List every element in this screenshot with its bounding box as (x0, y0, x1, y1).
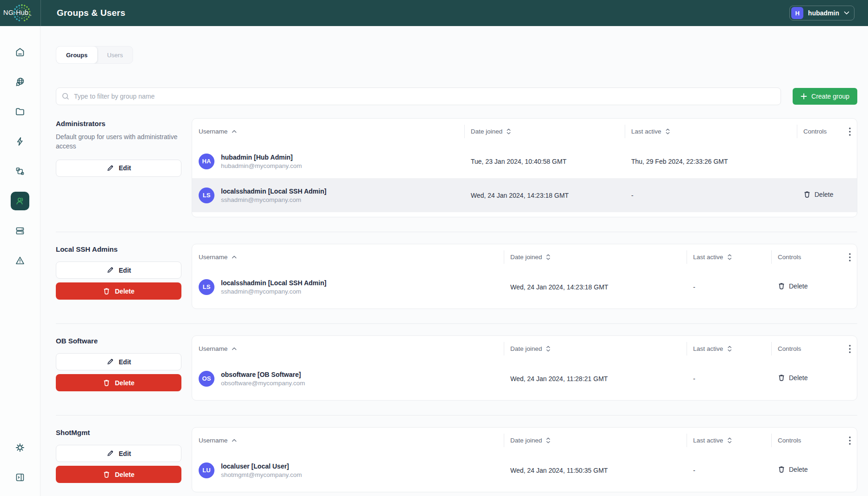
table-rows: OS obsoftware [OB Software] obsoftware@m… (192, 362, 857, 395)
kebab-menu-icon (849, 127, 851, 136)
trash-icon (103, 379, 110, 387)
folder-icon (14, 106, 26, 117)
trash-icon (778, 465, 785, 473)
group-delete-button[interactable]: Delete (56, 282, 181, 300)
sort-both-icon (546, 437, 550, 443)
users-icon (14, 195, 26, 207)
collapse-sidebar-icon (14, 472, 26, 483)
sidebar-item-settings[interactable] (11, 438, 29, 457)
column-header-date-joined[interactable]: Date joined (504, 244, 687, 270)
sidebar-item-groups-users[interactable] (11, 192, 29, 210)
column-header-date-joined[interactable]: Date joined (504, 336, 687, 362)
column-header-date-joined[interactable]: Date joined (504, 428, 687, 453)
table-menu-button[interactable] (836, 336, 857, 362)
section-separator (56, 415, 857, 416)
group-members-table: Username Date joined Last active (192, 244, 857, 309)
table-row[interactable]: LS localsshadmin [Local SSH Admin] sshad… (192, 178, 857, 212)
column-header-last-active[interactable]: Last active (687, 244, 771, 270)
table-row[interactable]: LS localsshadmin [Local SSH Admin] sshad… (192, 270, 857, 304)
column-header-username[interactable]: Username (192, 244, 504, 270)
alerts-triangle-icon (14, 255, 26, 266)
table-row[interactable]: HA hubadmin [Hub Admin] hubadmin@mycompa… (192, 144, 857, 178)
page-title: Groups & Users (57, 8, 125, 18)
column-header-date-joined[interactable]: Date joined (464, 119, 625, 144)
group-info-panel: OB Software Edit Delete (56, 335, 181, 391)
group-edit-button[interactable]: Edit (56, 261, 181, 279)
pencil-icon (106, 164, 114, 172)
pencil-icon (106, 449, 114, 457)
sidebar-item-projects[interactable] (11, 102, 29, 121)
section-separator (56, 232, 857, 232)
table-menu-button[interactable] (836, 428, 857, 453)
user-name: hubadmin (808, 9, 839, 17)
sidebar-item-home[interactable] (11, 43, 29, 61)
avatar: LS (199, 188, 214, 203)
brand-name: NG-Hub™ (3, 9, 32, 17)
discover-globe-icon (14, 76, 26, 87)
sidebar-bottom (0, 438, 40, 487)
sort-both-icon (728, 346, 732, 352)
group-edit-button[interactable]: Edit (56, 160, 181, 177)
column-header-controls: Controls (771, 336, 836, 362)
search-input[interactable] (56, 87, 781, 105)
row-delete-button[interactable]: Delete (778, 465, 808, 473)
group-name: Administrators (56, 120, 181, 127)
member-username: localuser [Local User] (221, 462, 302, 470)
member-username: obsoftware [OB Software] (221, 371, 305, 378)
group-name: Local SSH Admins (56, 245, 181, 253)
avatar: LU (199, 462, 214, 478)
controls-cell: Delete (797, 156, 836, 166)
trash-icon (103, 470, 110, 478)
group-edit-button[interactable]: Edit (56, 353, 181, 370)
row-delete-button[interactable]: Delete (778, 282, 808, 290)
group-description: Default group for users with administrat… (56, 132, 181, 151)
sidebar-item-alerts[interactable] (11, 251, 29, 270)
trash-icon (803, 190, 811, 198)
column-header-last-active[interactable]: Last active (625, 119, 797, 144)
sidebar-item-scan[interactable] (11, 162, 29, 181)
chevron-down-icon (844, 11, 849, 15)
sidebar (0, 26, 40, 496)
member-username: localsshadmin [Local SSH Admin] (221, 279, 327, 287)
column-header-username[interactable]: Username (192, 428, 504, 453)
sidebar-item-discover[interactable] (11, 73, 29, 91)
sidebar-item-collapse[interactable] (11, 468, 29, 487)
activity-bolt-icon (14, 136, 26, 147)
row-delete-button[interactable]: Delete (803, 190, 833, 198)
user-avatar: H (791, 7, 803, 19)
table-header: Username Date joined Last active (192, 336, 857, 362)
column-header-controls: Controls (771, 428, 836, 453)
pencil-icon (106, 358, 114, 366)
kebab-menu-icon (849, 345, 851, 353)
user-menu-button[interactable]: H hubadmin (789, 6, 855, 20)
table-row[interactable]: LU localuser [Local User] shotmgmt@mycom… (192, 453, 857, 487)
row-delete-button[interactable]: Delete (778, 374, 808, 382)
create-group-button[interactable]: Create group (793, 88, 857, 105)
settings-gear-icon (14, 442, 26, 453)
group-delete-button[interactable]: Delete (56, 466, 181, 483)
groups-list: Administrators Default group for users w… (56, 118, 857, 496)
controls-cell: Delete (797, 190, 836, 200)
group-section: ShotMgmt Edit Delete Username (56, 427, 857, 492)
group-edit-button[interactable]: Edit (56, 445, 181, 462)
sidebar-item-servers[interactable] (11, 221, 29, 240)
member-email: obsoftware@mycompany.com (221, 380, 305, 387)
column-header-username[interactable]: Username (192, 336, 504, 362)
column-header-username[interactable]: Username (192, 119, 464, 144)
group-delete-button[interactable]: Delete (56, 374, 181, 391)
tab-groups[interactable]: Groups (56, 47, 97, 63)
member-username: hubadmin [Hub Admin] (221, 154, 302, 161)
column-header-last-active[interactable]: Last active (687, 336, 771, 362)
table-header: Username Date joined Last active (192, 244, 857, 270)
sort-both-icon (507, 128, 511, 134)
group-members-table: Username Date joined Last active (192, 118, 857, 217)
sidebar-item-activity[interactable] (11, 132, 29, 151)
section-separator (56, 323, 857, 324)
table-row[interactable]: OS obsoftware [OB Software] obsoftware@m… (192, 362, 857, 395)
tab-users[interactable]: Users (97, 47, 133, 63)
table-menu-button[interactable] (836, 244, 857, 270)
table-menu-button[interactable] (836, 119, 857, 144)
search-bar (56, 87, 781, 105)
column-header-last-active[interactable]: Last active (687, 428, 771, 453)
group-members-table: Username Date joined Last active (192, 427, 857, 492)
